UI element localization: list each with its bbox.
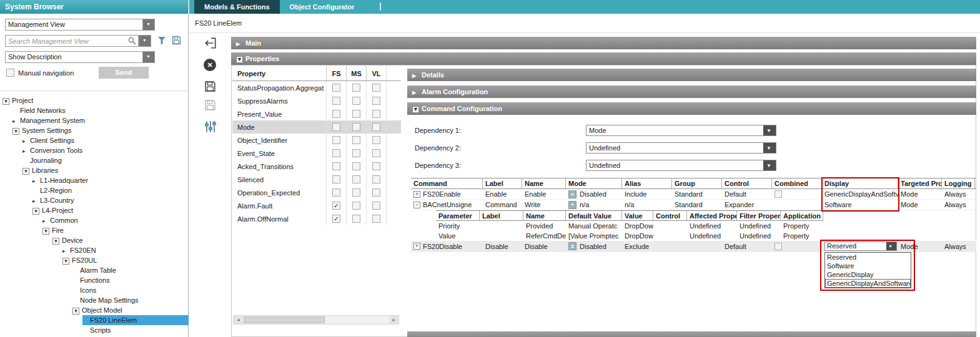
command-row-bacnet[interactable]: −BACnetUnsigne Command Write *n/a n/a St…	[411, 200, 976, 210]
section-command-configuration[interactable]: Command Configuration	[407, 102, 976, 115]
tree-expanded-icon[interactable]	[52, 238, 59, 245]
tree-expanded-icon[interactable]	[72, 308, 79, 315]
parameter-row-priority[interactable]: Priority Provided Manual Operatc DropDow…	[436, 221, 823, 231]
tree-item-l3-country[interactable]: L3-Country	[32, 195, 189, 205]
expanded-triangle-icon[interactable]	[412, 106, 419, 113]
section-main[interactable]: Main	[231, 37, 976, 49]
tree-expanded-icon[interactable]	[62, 258, 69, 265]
vl-checkbox[interactable]	[372, 188, 380, 197]
search-icon[interactable]	[128, 37, 136, 45]
chevron-down-icon[interactable]	[763, 160, 776, 170]
view-select[interactable]: Management View	[5, 19, 155, 31]
ms-checkbox[interactable]	[352, 162, 360, 170]
tree-collapsed-icon[interactable]	[12, 116, 20, 126]
collapsed-triangle-icon[interactable]	[236, 38, 245, 51]
manual-navigation-checkbox[interactable]	[6, 69, 14, 77]
fs-checkbox[interactable]	[332, 123, 340, 131]
discard-changes-icon[interactable]	[204, 59, 219, 74]
section-properties[interactable]: Properties	[231, 52, 976, 65]
chevron-down-icon[interactable]	[763, 143, 776, 153]
combined-checkbox[interactable]	[775, 190, 782, 198]
tree-expanded-icon[interactable]	[12, 128, 19, 135]
vl-checkbox[interactable]	[372, 175, 380, 183]
jump-to-icon[interactable]	[204, 36, 219, 51]
dependency-2-select[interactable]: Undefined	[586, 142, 776, 154]
section-alarm-configuration[interactable]: Alarm Configuration	[407, 85, 976, 98]
fs-checkbox[interactable]	[332, 162, 340, 170]
tree-item-conversion-tools[interactable]: Conversion Tools	[22, 145, 189, 155]
fs-checkbox[interactable]	[332, 84, 340, 92]
scroll-right-icon[interactable]	[389, 316, 398, 324]
ms-checkbox[interactable]	[352, 188, 360, 197]
tree-item-fs20en[interactable]: FS20EN	[62, 245, 189, 255]
vl-checkbox[interactable]	[372, 84, 380, 92]
tree-item-field-networks[interactable]: Field Networks	[12, 105, 189, 115]
dropdown-option[interactable]: GenericDisplay	[825, 270, 911, 279]
expand-plus-icon[interactable]: +	[413, 243, 420, 250]
tree-item-fire[interactable]: Fire	[42, 225, 189, 235]
description-select[interactable]: Show Description	[5, 51, 155, 63]
tree-item-fs20ul[interactable]: FS20UL	[62, 255, 189, 265]
property-row[interactable]: Alarm.OffNormal✓	[232, 212, 401, 225]
collapsed-triangle-icon[interactable]	[412, 70, 422, 82]
search-options-select[interactable]	[139, 35, 151, 47]
vl-checkbox[interactable]	[372, 215, 380, 223]
collapsed-triangle-icon[interactable]	[412, 87, 422, 99]
ms-checkbox[interactable]	[352, 84, 360, 92]
filter-funnel-icon[interactable]	[157, 36, 166, 45]
vl-checkbox[interactable]	[372, 97, 380, 105]
save-icon[interactable]	[204, 80, 219, 95]
vl-checkbox[interactable]	[372, 149, 380, 157]
chevron-down-icon[interactable]	[886, 242, 896, 250]
vl-checkbox[interactable]	[372, 136, 380, 144]
dependency-1-select[interactable]: Mode	[586, 125, 776, 136]
tree-collapsed-icon[interactable]	[32, 196, 40, 206]
vl-checkbox[interactable]	[372, 110, 380, 118]
tree-item-l2-region[interactable]: L2-Region	[32, 185, 189, 195]
tree-item-journaling[interactable]: Journaling	[22, 155, 189, 165]
dropdown-option[interactable]: Reserved	[825, 253, 911, 261]
property-row[interactable]: Operation_Expected	[232, 186, 401, 199]
tree-item-node-map-settings[interactable]: Node Map Settings	[72, 295, 189, 305]
tree-expanded-icon[interactable]	[42, 228, 49, 235]
tree-expanded-icon[interactable]	[32, 208, 39, 215]
expanded-triangle-icon[interactable]	[236, 56, 243, 63]
tree-item-l1-headquarter[interactable]: L1-Headquarter	[32, 175, 189, 185]
tree-item-scripts[interactable]: Scripts	[82, 325, 189, 335]
fs-checkbox[interactable]: ✓	[332, 202, 340, 210]
property-row-selected[interactable]: Mode	[232, 120, 401, 134]
fs-checkbox[interactable]: ✓	[332, 215, 340, 223]
filter-settings-icon[interactable]	[204, 120, 219, 135]
ms-checkbox[interactable]	[352, 97, 360, 105]
tree-expanded-icon[interactable]	[22, 168, 29, 175]
display-select[interactable]: Reserved	[824, 242, 897, 251]
vl-checkbox[interactable]	[372, 123, 380, 131]
tree-expanded-icon[interactable]	[2, 98, 9, 105]
properties-hscrollbar[interactable]	[233, 315, 399, 325]
property-row[interactable]: Event_State	[232, 147, 401, 160]
fs-checkbox[interactable]	[332, 110, 340, 118]
tree-item-icons[interactable]: Icons	[72, 285, 189, 295]
command-row-fs20enable[interactable]: +FS20Enable Enable Enable =Disabled Incl…	[411, 189, 976, 200]
property-row[interactable]: StatusPropagation.Aggregat	[232, 81, 401, 94]
collapsed-section-sliver[interactable]	[407, 331, 976, 337]
chevron-down-icon[interactable]	[142, 52, 154, 62]
property-row[interactable]: Alarm.Fault✓	[232, 199, 401, 212]
tree-item-common[interactable]: Common	[42, 215, 189, 225]
fs-checkbox[interactable]	[332, 188, 340, 197]
tree-collapsed-icon[interactable]	[22, 146, 30, 156]
combined-checkbox[interactable]	[775, 243, 782, 250]
tree-collapsed-icon[interactable]	[32, 176, 40, 186]
chevron-down-icon[interactable]	[763, 125, 776, 135]
expand-plus-icon[interactable]: +	[413, 191, 420, 198]
tree-item-fs20-lineelem[interactable]: FS20 LineElem	[82, 315, 189, 325]
tree-item-object-model[interactable]: Object Model	[72, 305, 189, 315]
collapse-minus-icon[interactable]: −	[413, 202, 420, 208]
ms-checkbox[interactable]	[352, 136, 360, 144]
tree-collapsed-icon[interactable]	[62, 246, 70, 256]
ms-checkbox[interactable]	[352, 123, 360, 131]
tree-item-system-settings[interactable]: System Settings	[12, 125, 189, 135]
property-row[interactable]: Acked_Transitions	[232, 160, 401, 173]
tree-item-project[interactable]: Project	[2, 95, 189, 105]
tree-item-device[interactable]: Device	[52, 235, 189, 245]
